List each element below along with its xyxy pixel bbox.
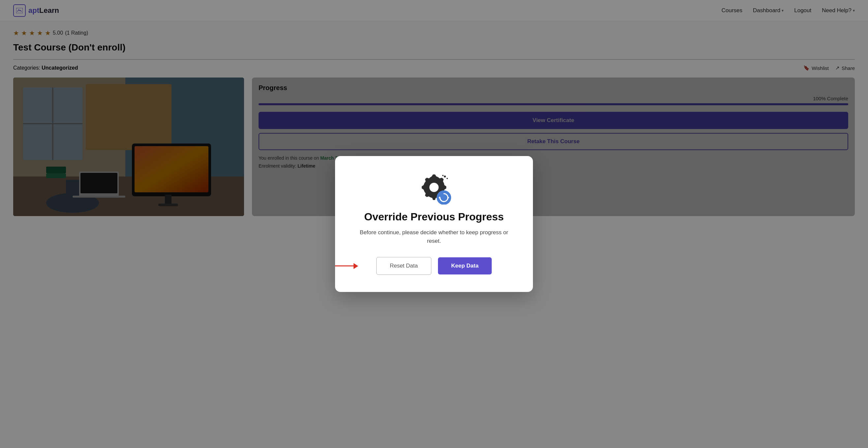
svg-point-21 [446, 178, 448, 179]
modal-description: Before continue, please decide whether t… [355, 228, 513, 245]
svg-point-20 [444, 176, 446, 178]
svg-point-19 [429, 183, 439, 192]
keep-data-button[interactable]: Keep Data [438, 257, 492, 274]
arrow-head-icon [353, 263, 358, 269]
arrow-line [335, 266, 353, 267]
reset-data-button[interactable]: Reset Data [376, 257, 431, 275]
page-background: ★ ★ ★ ★ ★ 5.00 (1 Rating) Test Course (D… [0, 21, 868, 448]
arrow-indicator [335, 266, 353, 267]
gear-wrapper [417, 173, 451, 203]
modal-title: Override Previous Progress [355, 211, 513, 223]
modal-buttons: Reset Data Keep Data [355, 257, 513, 275]
modal-overlay[interactable]: Override Previous Progress Before contin… [0, 21, 868, 448]
svg-point-22 [442, 175, 443, 176]
modal-icon [355, 173, 513, 203]
override-progress-modal: Override Previous Progress Before contin… [335, 156, 533, 292]
